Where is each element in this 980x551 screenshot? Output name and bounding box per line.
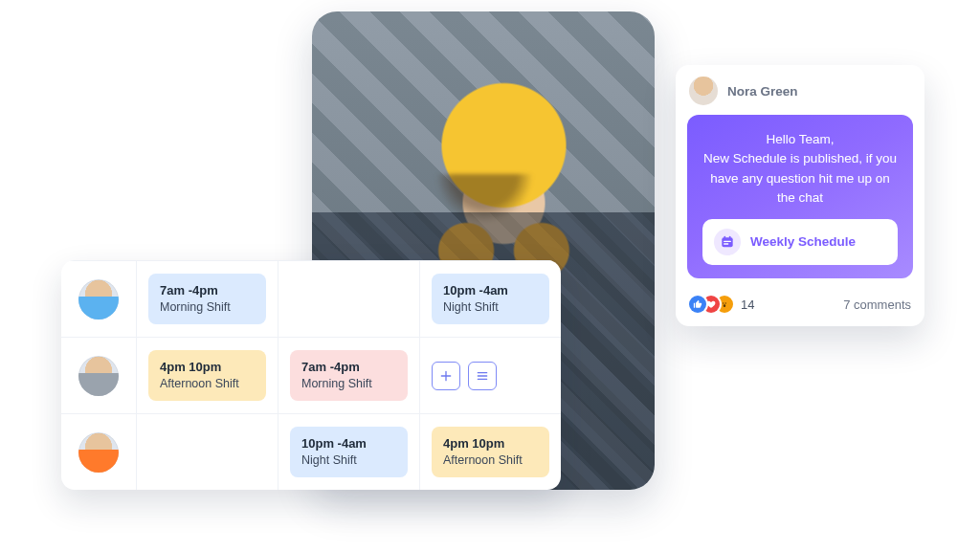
shift-time: 7am -4pm [301,360,396,375]
shift-chip-night[interactable]: 10pm -4am Night Shift [290,427,408,477]
svg-point-8 [725,302,726,303]
post-footer: 14 7 comments [676,288,924,326]
schedule-grid: 7am -4pm Morning Shift 10pm -4am Night S… [61,260,561,490]
shift-time: 4pm 10pm [160,360,255,375]
post-author: Nora Green [727,84,798,99]
schedule-cell[interactable]: 10pm -4am Night Shift [278,413,419,490]
shift-time: 4pm 10pm [443,436,538,452]
schedule-card: 7am -4pm Morning Shift 10pm -4am Night S… [61,260,561,490]
post-text: Hello Team, New Schedule is published, i… [702,130,898,208]
schedule-cell[interactable]: 10pm -4am Night Shift [419,260,561,337]
shift-chip-night[interactable]: 10pm -4am Night Shift [432,274,549,324]
post-body: Hello Team, New Schedule is published, i… [687,115,913,278]
shift-label: Morning Shift [160,300,255,315]
schedule-cell[interactable]: 4pm 10pm Afternoon Shift [136,337,278,413]
avatar [78,279,119,320]
shift-chip-morning[interactable]: 7am -4pm Morning Shift [148,274,266,324]
schedule-cell[interactable]: 7am -4pm Morning Shift [278,337,419,413]
avatar [78,432,119,473]
attachment-chip[interactable]: Weekly Schedule [702,219,898,265]
add-shift-button[interactable] [432,362,460,390]
shift-label: Afternoon Shift [160,377,255,391]
svg-rect-3 [729,236,730,239]
schedule-cell[interactable]: 4pm 10pm Afternoon Shift [419,413,561,490]
shift-label: Night Shift [443,300,538,315]
reactions-count: 14 [741,298,754,312]
shift-chip-morning[interactable]: 7am -4pm Morning Shift [290,350,408,401]
comments-link[interactable]: 7 comments [843,298,911,312]
schedule-cell[interactable]: 7am -4pm Morning Shift [136,260,278,337]
schedule-avatar-cell [61,413,136,490]
shift-label: Morning Shift [301,377,396,391]
like-icon [689,296,706,313]
shift-chip-afternoon[interactable]: 4pm 10pm Afternoon Shift [148,350,266,401]
schedule-cell-empty[interactable] [136,413,278,490]
shift-label: Night Shift [301,453,396,468]
reactions[interactable]: 14 [689,296,754,313]
post-header: Nora Green [676,65,924,115]
schedule-cell-actions[interactable] [419,337,561,413]
shift-time: 10pm -4am [443,283,538,298]
svg-point-7 [723,302,724,303]
shift-menu-button[interactable] [468,362,497,390]
post-card: Nora Green Hello Team, New Schedule is p… [676,65,924,326]
svg-point-9 [724,304,726,307]
svg-rect-2 [724,236,725,239]
avatar [689,77,718,105]
schedule-avatar-cell [61,337,136,413]
calendar-icon [714,229,741,255]
plus-icon [438,368,454,384]
schedule-cell-empty[interactable] [278,260,419,337]
shift-time: 10pm -4am [301,436,396,452]
list-icon [475,368,490,384]
schedule-avatar-cell [61,260,136,337]
shift-time: 7am -4pm [160,283,255,298]
svg-rect-4 [724,241,731,242]
shift-label: Afternoon Shift [443,453,538,468]
svg-rect-5 [724,243,728,244]
shift-chip-afternoon[interactable]: 4pm 10pm Afternoon Shift [432,427,549,477]
attachment-label: Weekly Schedule [750,232,856,252]
avatar [78,356,119,396]
